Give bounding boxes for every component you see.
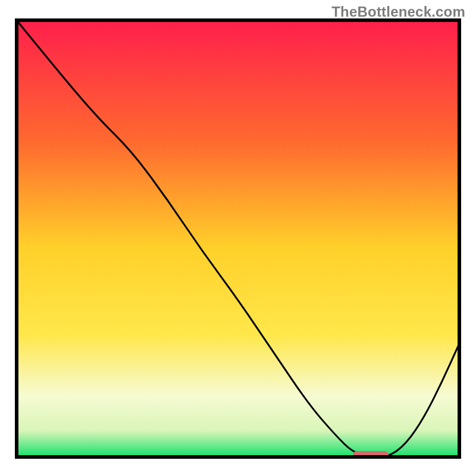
gradient-background [17, 20, 459, 457]
watermark-text: TheBottleneck.com [331, 4, 465, 20]
chart-container: TheBottleneck.com [0, 0, 476, 476]
bottleneck-chart [0, 0, 476, 476]
